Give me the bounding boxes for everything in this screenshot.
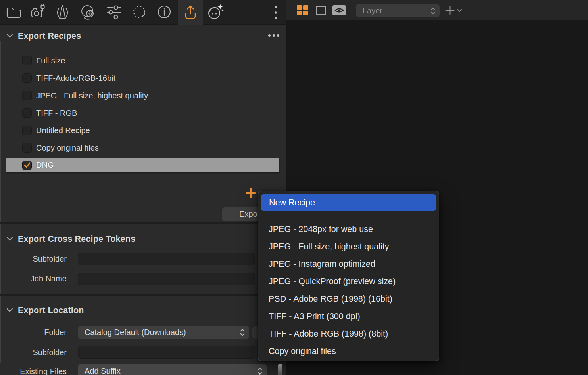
export-icon (181, 3, 200, 21)
proof-view-button[interactable] (332, 5, 346, 15)
export-recipes-title: Export Recipes (18, 31, 81, 41)
menu-item[interactable]: Copy original files (258, 342, 439, 360)
panel-scrollbar-thumb[interactable] (278, 364, 282, 375)
tool-tabs-bar (0, 0, 286, 25)
ellipsis-icon (267, 34, 281, 38)
job-name-input[interactable] (78, 273, 255, 285)
recipe-checkbox[interactable] (22, 56, 32, 65)
recipe-label: TIFF - RGB (36, 109, 77, 118)
kebab-menu-icon (274, 5, 277, 20)
section-divider (0, 294, 286, 296)
proof-eye-icon (332, 5, 346, 15)
recipe-label: DNG (36, 161, 54, 170)
folder-label: Folder (0, 326, 67, 339)
export-tools-panel: Export Recipes Full size TIFF-AdobeRGB-1… (0, 0, 286, 375)
menu-item[interactable]: TIFF - A3 Print (300 dpi) (258, 308, 439, 325)
capture-one-window: Export Recipes Full size TIFF-AdobeRGB-1… (0, 0, 588, 375)
recipe-checkbox[interactable] (22, 143, 32, 153)
menu-item[interactable]: JPEG - QuickProof (preview size) (258, 273, 439, 290)
layer-select[interactable]: Layer (356, 4, 440, 17)
thumbnail-grid-button[interactable] (297, 5, 308, 15)
menu-item-list: JPEG - 2048px for web use JPEG - Full si… (258, 220, 439, 360)
recipe-row[interactable]: Untitled Recipe (0, 122, 286, 139)
lens-icon (54, 3, 72, 21)
subfolder-label: Subfolder (0, 253, 67, 265)
export-location-title: Export Location (18, 306, 84, 316)
recipe-checkbox[interactable] (22, 108, 32, 118)
location-subfolder-input[interactable] (78, 346, 255, 359)
thumbnail-grid-icon (303, 11, 308, 15)
folder-select-value: Catalog Default (Downloads) (85, 328, 186, 337)
tab-color[interactable] (75, 0, 101, 25)
menu-item[interactable]: JPEG - Instagram optimized (258, 255, 439, 273)
stepper-chevrons-icon (257, 367, 263, 375)
menu-item[interactable]: PSD - Adobe RGB (1998) (16bit) (258, 290, 439, 308)
tab-export[interactable] (178, 0, 203, 25)
add-recipe-button[interactable] (245, 187, 257, 199)
location-subfolder-label: Subfolder (0, 346, 67, 359)
checkmark-icon (24, 162, 31, 168)
new-recipe-context-menu: New Recipe JPEG - 2048px for web use JPE… (258, 191, 439, 361)
job-name-label: Job Name (0, 273, 67, 285)
tab-library[interactable] (0, 0, 26, 25)
recipe-row[interactable]: JPEG - Full size, highest quality (0, 87, 286, 104)
face-retouch-icon (206, 2, 225, 22)
folder-select[interactable]: Catalog Default (Downloads) (78, 326, 249, 339)
menu-item[interactable]: JPEG - 2048px for web use (258, 220, 439, 238)
folder-icon (4, 4, 22, 21)
tab-adjustments[interactable] (101, 0, 127, 25)
cross-recipe-tokens-title: Export Cross Recipe Tokens (18, 234, 135, 244)
existing-files-label: Existing Files (0, 365, 67, 375)
subfolder-input[interactable] (78, 253, 255, 265)
recipe-row-selected[interactable]: DNG (6, 158, 279, 172)
plus-icon (245, 188, 256, 199)
existing-files-select[interactable]: Add Suffix (78, 364, 267, 375)
dotted-circle-icon (131, 3, 149, 21)
recipe-label: Untitled Recipe (36, 126, 90, 135)
viewer-toggle-button[interactable] (316, 6, 326, 15)
recipe-row[interactable]: TIFF - RGB (0, 104, 286, 122)
add-layer-button[interactable] (445, 5, 466, 15)
stepper-chevrons-icon (430, 6, 436, 15)
stepper-chevrons-icon (240, 328, 245, 337)
toolbar-overflow-button[interactable] (271, 5, 280, 20)
thumbnail-grid-icon (303, 5, 308, 10)
menu-item[interactable]: TIFF - Adobe RGB (1998) (8bit) (258, 325, 439, 342)
chevron-down-icon[interactable] (6, 34, 13, 38)
recipe-label: TIFF-AdobeRGB-16bit (36, 74, 115, 83)
adjustments-sliders-icon (105, 3, 123, 21)
tethered-camera-icon (29, 3, 47, 21)
existing-files-value: Add Suffix (85, 367, 121, 375)
thumbnail-grid-icon (297, 5, 302, 10)
thumbnail-grid-icon (297, 11, 302, 15)
recipe-row[interactable]: Copy original files (0, 139, 286, 157)
recipe-checkbox[interactable] (22, 73, 32, 83)
color-editor-icon (79, 3, 97, 21)
recipe-row[interactable]: Full size (0, 52, 286, 69)
tab-capture[interactable] (25, 0, 50, 25)
recipes-action-menu-button[interactable] (267, 33, 281, 38)
menu-item-new-recipe[interactable]: New Recipe (261, 194, 436, 211)
tab-retouch[interactable] (203, 0, 228, 25)
menu-item[interactable]: JPEG - Full size, highest quality (258, 238, 439, 255)
recipe-label: JPEG - Full size, highest quality (36, 91, 148, 100)
info-icon (156, 3, 174, 21)
chevron-down-icon (457, 9, 463, 12)
menu-separator (267, 216, 429, 216)
recipe-checkbox-checked[interactable] (22, 161, 32, 170)
tab-lens[interactable] (50, 0, 75, 25)
tab-styles[interactable] (127, 0, 152, 25)
chevron-down-icon[interactable] (6, 237, 13, 241)
layer-select-value: Layer (363, 6, 382, 15)
section-divider (0, 222, 286, 224)
recipe-row[interactable]: TIFF-AdobeRGB-16bit (0, 69, 286, 87)
plus-icon (445, 6, 455, 15)
chevron-down-icon[interactable] (6, 308, 13, 312)
recipe-checkbox[interactable] (22, 91, 32, 100)
recipe-label: Full size (36, 56, 65, 65)
recipe-checkbox[interactable] (22, 126, 32, 135)
recipe-label: Copy original files (36, 143, 99, 153)
tab-metadata[interactable] (152, 0, 177, 25)
